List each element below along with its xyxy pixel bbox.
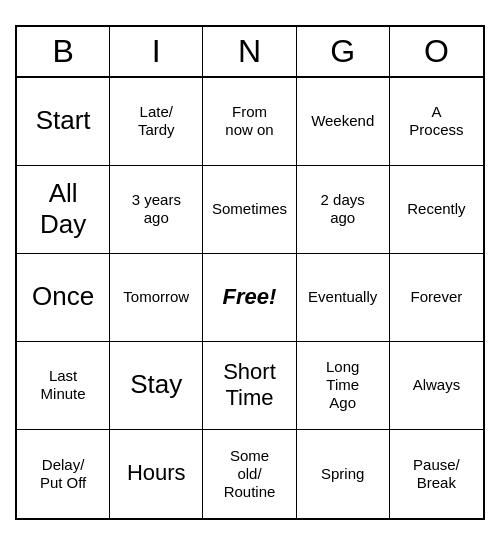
bingo-cell: Someold/Routine — [203, 430, 296, 518]
bingo-cell: Start — [17, 78, 110, 166]
bingo-cell: Fromnow on — [203, 78, 296, 166]
header-letter: O — [390, 27, 483, 76]
bingo-cell: LongTimeAgo — [297, 342, 390, 430]
bingo-cell: Hours — [110, 430, 203, 518]
bingo-cell: Free! — [203, 254, 296, 342]
bingo-cell: Always — [390, 342, 483, 430]
bingo-header: BINGO — [17, 27, 483, 78]
header-letter: B — [17, 27, 110, 76]
header-letter: N — [203, 27, 296, 76]
header-letter: G — [297, 27, 390, 76]
bingo-cell: Sometimes — [203, 166, 296, 254]
bingo-cell: Spring — [297, 430, 390, 518]
bingo-cell: LastMinute — [17, 342, 110, 430]
bingo-cell: AProcess — [390, 78, 483, 166]
bingo-cell: Recently — [390, 166, 483, 254]
bingo-cell: Eventually — [297, 254, 390, 342]
bingo-grid: StartLate/TardyFromnow onWeekendAProcess… — [17, 78, 483, 518]
bingo-cell: Tomorrow — [110, 254, 203, 342]
bingo-cell: Once — [17, 254, 110, 342]
bingo-cell: 2 daysago — [297, 166, 390, 254]
header-letter: I — [110, 27, 203, 76]
bingo-card: BINGO StartLate/TardyFromnow onWeekendAP… — [15, 25, 485, 520]
bingo-cell: Weekend — [297, 78, 390, 166]
bingo-cell: Delay/Put Off — [17, 430, 110, 518]
bingo-cell: Pause/Break — [390, 430, 483, 518]
bingo-cell: ShortTime — [203, 342, 296, 430]
bingo-cell: Late/Tardy — [110, 78, 203, 166]
bingo-cell: AllDay — [17, 166, 110, 254]
bingo-cell: 3 yearsago — [110, 166, 203, 254]
bingo-cell: Stay — [110, 342, 203, 430]
bingo-cell: Forever — [390, 254, 483, 342]
